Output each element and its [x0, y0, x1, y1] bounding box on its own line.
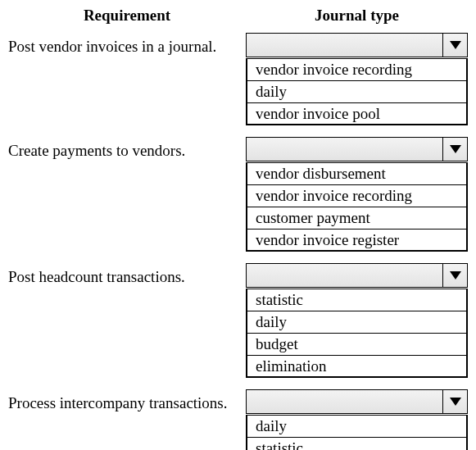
dropdown-option[interactable]: vendor invoice recording: [247, 185, 466, 207]
column-headers: Requirement Journal type: [8, 7, 468, 25]
question-row: Process intercompany transactions.dailys…: [8, 389, 468, 450]
journal-type-dropdown[interactable]: [246, 137, 468, 161]
dropdown-option[interactable]: daily: [247, 81, 466, 103]
question-row: Post headcount transactions.statisticdai…: [8, 263, 468, 378]
svg-marker-2: [450, 271, 461, 280]
dropdown-options-list: vendor disbursementvendor invoice record…: [246, 162, 468, 252]
dropdown-selected-value: [247, 264, 442, 287]
chevron-down-icon[interactable]: [442, 138, 467, 161]
question-row: Create payments to vendors.vendor disbur…: [8, 137, 468, 252]
journal-type-dropdown[interactable]: [246, 263, 468, 288]
chevron-down-icon[interactable]: [442, 264, 467, 287]
svg-marker-0: [450, 41, 461, 49]
dropdown-option[interactable]: budget: [247, 334, 466, 356]
header-journal-type: Journal type: [246, 7, 468, 25]
svg-marker-1: [450, 145, 461, 153]
dropdown-options-list: dailystatisticallocationbudget: [246, 415, 468, 450]
journal-type-cell: vendor invoice recordingdailyvendor invo…: [246, 33, 468, 125]
journal-type-dropdown[interactable]: [246, 33, 468, 57]
journal-type-cell: statisticdailybudgetelimination: [246, 263, 468, 378]
dropdown-option[interactable]: statistic: [247, 289, 466, 311]
dropdown-option[interactable]: vendor invoice recording: [247, 59, 466, 81]
chevron-down-icon[interactable]: [442, 34, 467, 57]
dropdown-option[interactable]: vendor invoice pool: [247, 103, 466, 125]
journal-type-cell: dailystatisticallocationbudget: [246, 389, 468, 450]
dropdown-option[interactable]: customer payment: [247, 207, 466, 230]
requirement-label: Create payments to vendors.: [8, 137, 246, 160]
requirement-label: Post headcount transactions.: [8, 263, 246, 286]
requirement-label: Post vendor invoices in a journal.: [8, 33, 246, 56]
dropdown-selected-value: [247, 138, 442, 161]
dropdown-options-list: statisticdailybudgetelimination: [246, 289, 468, 378]
journal-type-dropdown[interactable]: [246, 389, 468, 414]
dropdown-selected-value: [247, 34, 442, 57]
dropdown-selected-value: [247, 390, 442, 413]
dropdown-option[interactable]: daily: [247, 416, 466, 438]
dropdown-option[interactable]: vendor disbursement: [247, 163, 466, 185]
dropdown-option[interactable]: vendor invoice register: [247, 230, 466, 251]
question-row: Post vendor invoices in a journal.vendor…: [8, 33, 468, 125]
header-requirement: Requirement: [8, 7, 246, 25]
dropdown-options-list: vendor invoice recordingdailyvendor invo…: [246, 58, 468, 125]
journal-type-cell: vendor disbursementvendor invoice record…: [246, 137, 468, 252]
dropdown-option[interactable]: daily: [247, 311, 466, 334]
requirement-label: Process intercompany transactions.: [8, 389, 246, 412]
svg-marker-3: [450, 398, 461, 406]
dropdown-option[interactable]: statistic: [247, 438, 466, 450]
chevron-down-icon[interactable]: [442, 390, 467, 413]
dropdown-option[interactable]: elimination: [247, 356, 466, 377]
